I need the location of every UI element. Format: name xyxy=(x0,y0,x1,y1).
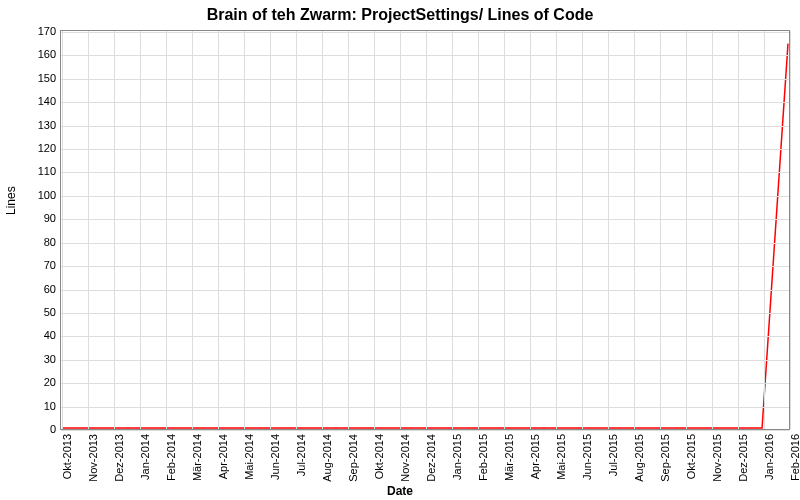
grid-line-v xyxy=(244,31,245,429)
chart-title: Brain of teh Zwarm: ProjectSettings/ Lin… xyxy=(0,6,800,24)
y-tick-label: 10 xyxy=(16,400,56,412)
x-tick-label: Jan-2015 xyxy=(451,434,463,484)
grid-line-h xyxy=(61,290,789,291)
grid-line-v xyxy=(478,31,479,429)
y-tick-label: 100 xyxy=(16,189,56,201)
y-tick-label: 80 xyxy=(16,236,56,248)
x-tick-label: Feb-2014 xyxy=(165,434,177,484)
x-tick-label: Feb-2016 xyxy=(789,434,800,484)
y-tick-label: 40 xyxy=(16,329,56,341)
x-tick-label: Aug-2015 xyxy=(633,434,645,484)
grid-line-v xyxy=(738,31,739,429)
grid-line-v xyxy=(348,31,349,429)
grid-line-h xyxy=(61,172,789,173)
grid-line-v xyxy=(764,31,765,429)
grid-line-v xyxy=(62,31,63,429)
x-tick-label: Dez-2013 xyxy=(113,434,125,484)
x-tick-label: Okt-2015 xyxy=(685,434,697,484)
x-tick-label: Sep-2014 xyxy=(347,434,359,484)
x-tick-label: Nov-2015 xyxy=(711,434,723,484)
y-tick-label: 170 xyxy=(16,25,56,37)
plot-area xyxy=(60,30,790,430)
y-tick-label: 60 xyxy=(16,283,56,295)
grid-line-h xyxy=(61,196,789,197)
y-tick-label: 160 xyxy=(16,48,56,60)
y-tick-label: 50 xyxy=(16,306,56,318)
x-tick-label: Jun-2014 xyxy=(269,434,281,484)
x-tick-label: Jul-2014 xyxy=(295,434,307,484)
x-tick-label: Aug-2014 xyxy=(321,434,333,484)
grid-line-v xyxy=(426,31,427,429)
grid-line-h xyxy=(61,266,789,267)
x-tick-label: Feb-2015 xyxy=(477,434,489,484)
x-tick-label: Okt-2014 xyxy=(373,434,385,484)
x-tick-label: Mär-2014 xyxy=(191,434,203,484)
line-series xyxy=(61,31,789,429)
grid-line-v xyxy=(88,31,89,429)
x-tick-label: Jan-2014 xyxy=(139,434,151,484)
x-tick-label: Jan-2016 xyxy=(763,434,775,484)
chart-container: Brain of teh Zwarm: ProjectSettings/ Lin… xyxy=(0,0,800,500)
y-tick-label: 0 xyxy=(16,423,56,435)
grid-line-h xyxy=(61,219,789,220)
x-tick-label: Mär-2015 xyxy=(503,434,515,484)
x-tick-label: Jun-2015 xyxy=(581,434,593,484)
grid-line-v xyxy=(452,31,453,429)
grid-line-h xyxy=(61,360,789,361)
grid-line-h xyxy=(61,32,789,33)
y-tick-label: 150 xyxy=(16,72,56,84)
grid-line-v xyxy=(686,31,687,429)
x-axis-title: Date xyxy=(0,484,800,498)
grid-line-h xyxy=(61,383,789,384)
grid-line-v xyxy=(400,31,401,429)
y-tick-label: 30 xyxy=(16,353,56,365)
grid-line-v xyxy=(556,31,557,429)
grid-line-v xyxy=(712,31,713,429)
grid-line-h xyxy=(61,407,789,408)
x-tick-label: Nov-2014 xyxy=(399,434,411,484)
y-tick-label: 70 xyxy=(16,259,56,271)
grid-line-v xyxy=(660,31,661,429)
y-tick-label: 90 xyxy=(16,212,56,224)
x-tick-label: Dez-2014 xyxy=(425,434,437,484)
grid-line-v xyxy=(218,31,219,429)
grid-line-h xyxy=(61,336,789,337)
x-tick-label: Apr-2015 xyxy=(529,434,541,484)
grid-line-h xyxy=(61,313,789,314)
grid-line-v xyxy=(166,31,167,429)
grid-line-v xyxy=(582,31,583,429)
y-tick-label: 140 xyxy=(16,95,56,107)
grid-line-v xyxy=(608,31,609,429)
grid-line-v xyxy=(634,31,635,429)
x-tick-label: Sep-2015 xyxy=(659,434,671,484)
grid-line-v xyxy=(374,31,375,429)
grid-line-v xyxy=(192,31,193,429)
x-tick-label: Dez-2015 xyxy=(737,434,749,484)
grid-line-h xyxy=(61,149,789,150)
grid-line-v xyxy=(322,31,323,429)
grid-line-v xyxy=(504,31,505,429)
x-tick-label: Apr-2014 xyxy=(217,434,229,484)
grid-line-v xyxy=(140,31,141,429)
grid-line-v xyxy=(530,31,531,429)
grid-line-h xyxy=(61,126,789,127)
y-tick-label: 20 xyxy=(16,376,56,388)
x-tick-label: Mai-2015 xyxy=(555,434,567,484)
grid-line-h xyxy=(61,430,789,431)
grid-line-h xyxy=(61,79,789,80)
x-tick-label: Nov-2013 xyxy=(87,434,99,484)
grid-line-v xyxy=(270,31,271,429)
x-tick-label: Jul-2015 xyxy=(607,434,619,484)
grid-line-v xyxy=(114,31,115,429)
y-tick-label: 120 xyxy=(16,142,56,154)
y-tick-label: 130 xyxy=(16,119,56,131)
x-tick-label: Okt-2013 xyxy=(61,434,73,484)
grid-line-h xyxy=(61,55,789,56)
y-tick-label: 110 xyxy=(16,165,56,177)
x-tick-label: Mai-2014 xyxy=(243,434,255,484)
grid-line-h xyxy=(61,102,789,103)
grid-line-v xyxy=(790,31,791,429)
grid-line-h xyxy=(61,243,789,244)
grid-line-v xyxy=(296,31,297,429)
